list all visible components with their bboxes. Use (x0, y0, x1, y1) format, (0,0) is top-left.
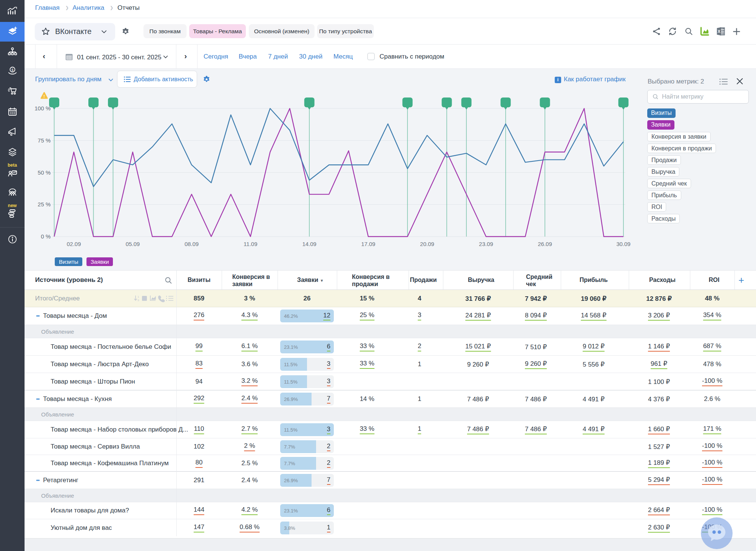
svg-text:05.09: 05.09 (126, 241, 140, 247)
svg-text:1: 1 (137, 295, 139, 299)
svg-text:30.09: 30.09 (616, 241, 631, 247)
svg-text:26.09: 26.09 (538, 241, 552, 247)
svg-text:100 %: 100 % (34, 105, 51, 111)
svg-text:23.09: 23.09 (479, 241, 493, 247)
svg-text:14.09: 14.09 (302, 241, 316, 247)
svg-text:!: ! (43, 94, 45, 99)
svg-text:X: X (717, 29, 720, 34)
svg-text:08.09: 08.09 (185, 241, 199, 247)
svg-text:20.09: 20.09 (420, 241, 434, 247)
svg-text:50 %: 50 % (38, 169, 51, 176)
svg-text:25 %: 25 % (38, 201, 51, 207)
svg-text:9: 9 (137, 299, 139, 302)
svg-text:0 %: 0 % (41, 233, 51, 240)
svg-text:11.09: 11.09 (244, 241, 257, 247)
svg-text:75 %: 75 % (38, 137, 51, 144)
svg-text:17.09: 17.09 (361, 241, 375, 247)
svg-text:$: $ (11, 68, 13, 72)
svg-text:02.09: 02.09 (67, 241, 81, 247)
